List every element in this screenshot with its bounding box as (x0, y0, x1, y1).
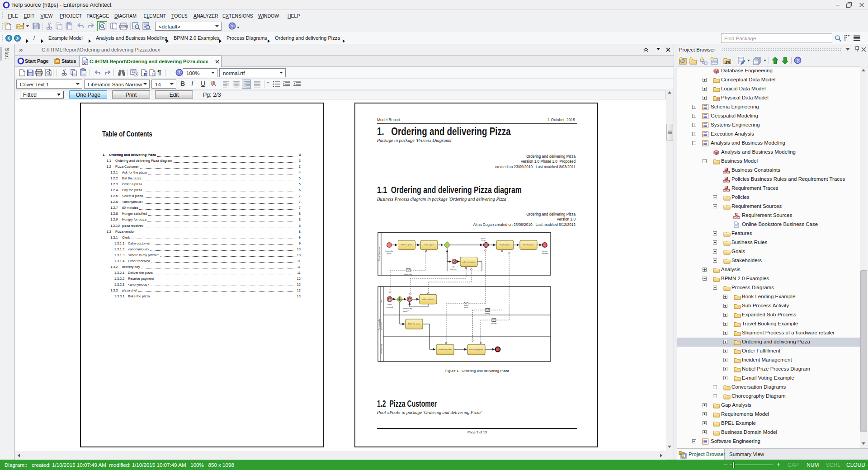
svg-text:Eat the pizza: Eat the pizza (523, 244, 534, 246)
svg-text:?: ? (231, 24, 234, 28)
svg-text:pizza order: pizza order (404, 273, 413, 275)
svg-text:pizza: pizza (464, 306, 469, 308)
svg-text:money: money (485, 313, 490, 315)
svg-text:minutes: minutes (450, 269, 456, 271)
svg-text:ready: ready (481, 240, 486, 242)
svg-text:Select a pizza: Select a pizza (401, 244, 413, 246)
svg-text:11: 11 (152, 73, 155, 76)
svg-text:hunger: hunger (542, 250, 548, 252)
svg-text:"where is my: "where is my (402, 308, 412, 310)
svg-text:pizza?": pizza?" (403, 310, 409, 312)
svg-text:receipt: receipt (491, 323, 497, 324)
svg-text:ask for the pizza: ask for the pizza (462, 261, 476, 263)
svg-text:60: 60 (453, 266, 454, 268)
svg-text:hungry for: hungry for (385, 250, 393, 252)
svg-text:delivery boy: delivery boy (380, 344, 382, 353)
svg-text:order: order (388, 304, 392, 306)
svg-text:Order a pizza: Order a pizza (424, 244, 435, 246)
svg-text:Receive payment: Receive payment (469, 348, 484, 351)
svg-text:Pay the pizza: Pay the pizza (500, 244, 511, 246)
svg-text:?: ? (178, 70, 181, 75)
svg-text:pizza: pizza (387, 253, 392, 254)
svg-text:calm customer: calm customer (422, 298, 434, 300)
svg-text:pizza: pizza (481, 238, 486, 240)
svg-text:Pizza vendor: Pizza vendor (378, 319, 380, 330)
svg-text:satisfied: satisfied (542, 253, 548, 254)
svg-text:Bake the pizza: Bake the pizza (408, 323, 420, 325)
svg-text:received: received (387, 306, 393, 308)
svg-text:clerk: clerk (380, 300, 382, 303)
svg-text:Deliver the pizza: Deliver the pizza (439, 348, 452, 351)
svg-text:pizza chef: pizza chef (380, 321, 382, 330)
svg-text:1: 1 (145, 73, 146, 76)
svg-text:?: ? (797, 58, 799, 63)
svg-text:Pizza Customer: Pizza Customer (378, 247, 380, 261)
